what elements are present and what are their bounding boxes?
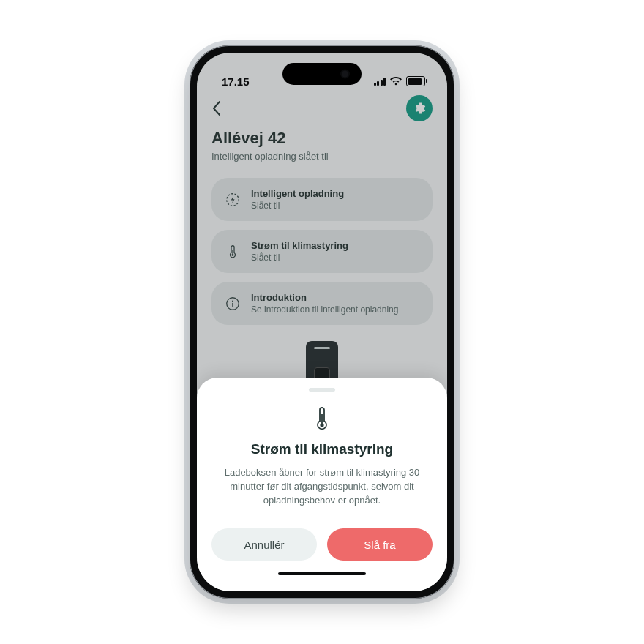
sheet-grabber[interactable] [309, 388, 335, 392]
home-indicator[interactable] [278, 572, 366, 575]
bottom-sheet: Strøm til klimastyring Ladeboksen åbner … [197, 378, 447, 591]
battery-icon [406, 76, 425, 86]
sheet-button-row: Annullér Slå fra [211, 528, 433, 561]
phone-frame: 17.15 Allévej 42 Intelligent opladning s… [190, 45, 454, 599]
cancel-button[interactable]: Annullér [211, 528, 317, 561]
cellular-icon [374, 78, 386, 86]
status-time: 17.15 [222, 75, 250, 88]
status-indicators [374, 76, 426, 86]
wifi-icon [390, 77, 402, 86]
screen: 17.15 Allévej 42 Intelligent opladning s… [197, 53, 447, 591]
sheet-title: Strøm til klimastyring [211, 441, 433, 457]
disable-button[interactable]: Slå fra [327, 528, 433, 561]
sheet-body: Ladeboksen åbner for strøm til klimastyr… [211, 466, 433, 508]
thermometer-icon [313, 406, 331, 431]
svg-point-6 [320, 424, 323, 427]
dynamic-island [282, 63, 362, 85]
